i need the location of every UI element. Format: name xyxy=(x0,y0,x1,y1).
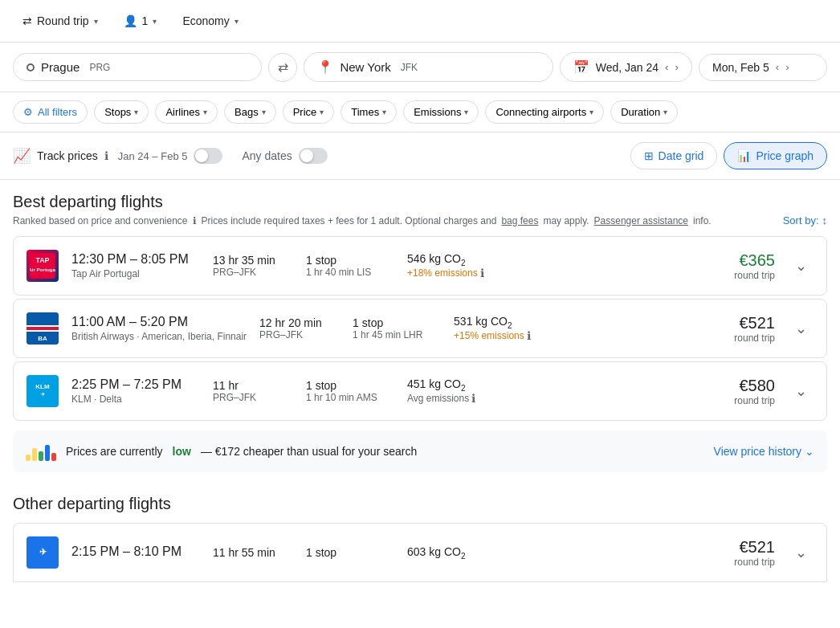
ba-logo-svg: BA xyxy=(27,312,59,345)
passenger-assist-link[interactable]: Passenger assistance xyxy=(594,215,688,226)
duration: 13 hr 35 min xyxy=(213,254,293,267)
flight-times: 2:25 PM – 7:25 PM KLM · Delta xyxy=(71,377,200,405)
price: €521 xyxy=(734,538,775,557)
klm-logo-svg: KLM ✈ xyxy=(30,375,55,407)
chevron-down-icon: ⌄ xyxy=(805,445,814,458)
emissions-chevron: ▾ xyxy=(464,108,468,116)
destination-pin-icon: 📍 xyxy=(317,59,333,75)
cabin-class-button[interactable]: Economy ▾ xyxy=(173,10,247,32)
price-graph-button[interactable]: 📊 Price graph xyxy=(724,142,827,169)
stops: 1 stop xyxy=(306,546,394,559)
flight-card[interactable]: TAP Air Portugal 12:30 PM – 8:05 PM Tap … xyxy=(13,236,827,296)
times-filter[interactable]: Times ▾ xyxy=(340,100,397,124)
emissions-info-icon[interactable]: ℹ xyxy=(527,329,531,342)
expand-button[interactable]: ⌄ xyxy=(788,540,813,565)
connecting-airports-filter[interactable]: Connecting airports ▾ xyxy=(485,100,604,124)
return-next[interactable]: › xyxy=(785,61,789,73)
top-bar: ⇄ Round trip ▾ 👤 1 ▾ Economy ▾ xyxy=(0,0,840,43)
cabin-class-chevron: ▾ xyxy=(234,17,239,26)
bag-fees-link[interactable]: bag fees xyxy=(501,215,538,226)
passengers-button[interactable]: 👤 1 ▾ xyxy=(114,10,167,32)
airline-logo: TAP Air Portugal xyxy=(27,250,59,282)
track-info-icon[interactable]: ℹ xyxy=(104,149,108,162)
price: €580 xyxy=(734,377,775,395)
price-col: €365 round trip xyxy=(734,251,775,281)
price-status: low xyxy=(173,445,191,458)
flight-times: 11:00 AM – 5:20 PM British Airways · Ame… xyxy=(71,315,247,342)
origin-field[interactable]: Prague PRG xyxy=(13,53,262,81)
stops-col: 1 stop 1 hr 45 min LHR xyxy=(353,316,441,341)
duration-col: 11 hr 55 min xyxy=(213,546,293,559)
layover: 1 hr 10 min AMS xyxy=(306,392,394,403)
destination-field[interactable]: 📍 New York JFK xyxy=(304,52,553,82)
price-filter[interactable]: Price ▾ xyxy=(283,100,335,124)
subtitle-info-icon[interactable]: ℹ xyxy=(193,215,197,226)
passengers-label: 1 xyxy=(142,14,149,27)
price-note: round trip xyxy=(734,557,775,568)
arrival-time: 8:05 PM xyxy=(141,252,189,266)
expand-button[interactable]: ⌄ xyxy=(788,316,813,341)
track-prices-toggle[interactable] xyxy=(194,148,222,164)
any-dates-toggle[interactable] xyxy=(299,148,328,164)
flight-card[interactable]: BA 11:00 AM – 5:20 PM British Airways · … xyxy=(13,299,827,358)
price: €521 xyxy=(734,314,775,332)
sliders-icon: ⚙ xyxy=(23,106,33,118)
tools-right: ⊞ Date grid 📊 Price graph xyxy=(630,142,827,169)
emissions-filter[interactable]: Emissions ▾ xyxy=(403,100,479,124)
depart-prev[interactable]: ‹ xyxy=(665,61,668,73)
price-note: round trip xyxy=(734,395,775,406)
view-price-history-button[interactable]: View price history ⌄ xyxy=(714,445,814,458)
airlines-label: Airlines xyxy=(165,106,200,118)
toggle-thumb xyxy=(195,149,208,162)
any-dates-label: Any dates xyxy=(242,149,292,162)
bags-filter[interactable]: Bags ▾ xyxy=(224,100,276,124)
duration-chevron: ▾ xyxy=(663,108,667,116)
duration: 11 hr xyxy=(213,379,293,392)
trip-type-chevron: ▾ xyxy=(94,17,98,26)
airline-name: KLM · Delta xyxy=(71,394,200,405)
person-icon: 👤 xyxy=(124,14,137,27)
stops-filter[interactable]: Stops ▾ xyxy=(94,100,149,124)
flight-time-range: 2:25 PM – 7:25 PM xyxy=(71,377,200,392)
results-meta: Ranked based on price and convenience ℹ … xyxy=(13,214,827,226)
flight-card[interactable]: ✈ 2:15 PM – 8:10 PM 11 hr 55 min 1 stop … xyxy=(13,523,827,582)
calendar-icon: 📅 xyxy=(573,59,589,75)
stops-col: 1 stop 1 hr 40 min LIS xyxy=(306,254,394,278)
date-grid-button[interactable]: ⊞ Date grid xyxy=(630,142,718,169)
depart-date-field[interactable]: 📅 Wed, Jan 24 ‹ › xyxy=(560,52,692,82)
track-prices-label: Track prices xyxy=(37,149,98,162)
depart-next[interactable]: › xyxy=(675,61,679,73)
expand-button[interactable]: ⌄ xyxy=(788,253,813,279)
emissions-info-icon[interactable]: ℹ xyxy=(480,267,484,279)
sort-button[interactable]: Sort by: ↕ xyxy=(783,214,827,226)
stops-col: 1 stop 1 hr 10 min AMS xyxy=(306,379,394,403)
duration-filter[interactable]: Duration ▾ xyxy=(610,100,678,124)
arrival-time: 8:10 PM xyxy=(133,544,181,558)
return-date-field[interactable]: Mon, Feb 5 ‹ › xyxy=(699,54,827,81)
trip-type-button[interactable]: ⇄ Round trip ▾ xyxy=(13,10,108,32)
flight-time-range: 12:30 PM – 8:05 PM xyxy=(71,252,200,267)
flight-card[interactable]: KLM ✈ 2:25 PM – 7:25 PM KLM · Delta 11 h… xyxy=(13,361,827,421)
co2-amount: 531 kg CO2 xyxy=(454,315,558,330)
emissions-info-icon[interactable]: ℹ xyxy=(471,392,475,405)
swap-button[interactable]: ⇄ xyxy=(268,53,297,82)
airlines-filter[interactable]: Airlines ▾ xyxy=(155,100,218,124)
return-prev[interactable]: ‹ xyxy=(776,61,779,73)
graph-icon: 📊 xyxy=(737,149,751,162)
route: PRG–JFK xyxy=(213,267,293,278)
emissions-note: +18% emissions ℹ xyxy=(407,267,512,279)
all-filters-button[interactable]: ⚙ All filters xyxy=(13,100,88,124)
emissions-label: Emissions xyxy=(414,106,461,118)
origin-city: Prague xyxy=(41,60,80,74)
any-dates-section: Any dates xyxy=(242,148,327,164)
price-graph-label: Price graph xyxy=(756,149,813,162)
bar-2 xyxy=(32,448,37,461)
duration-label: Duration xyxy=(621,106,660,118)
duration-col: 12 hr 20 min PRG–JFK xyxy=(259,316,340,341)
price-note: Prices include required taxes + fees for… xyxy=(202,215,497,226)
emissions-col: 546 kg CO2 +18% emissions ℹ xyxy=(407,252,512,280)
airline-logo: KLM ✈ xyxy=(27,375,59,407)
expand-button[interactable]: ⌄ xyxy=(788,378,813,404)
price-col: €521 round trip xyxy=(734,314,775,344)
price-saving: — €172 cheaper than usual for your searc… xyxy=(201,445,417,458)
